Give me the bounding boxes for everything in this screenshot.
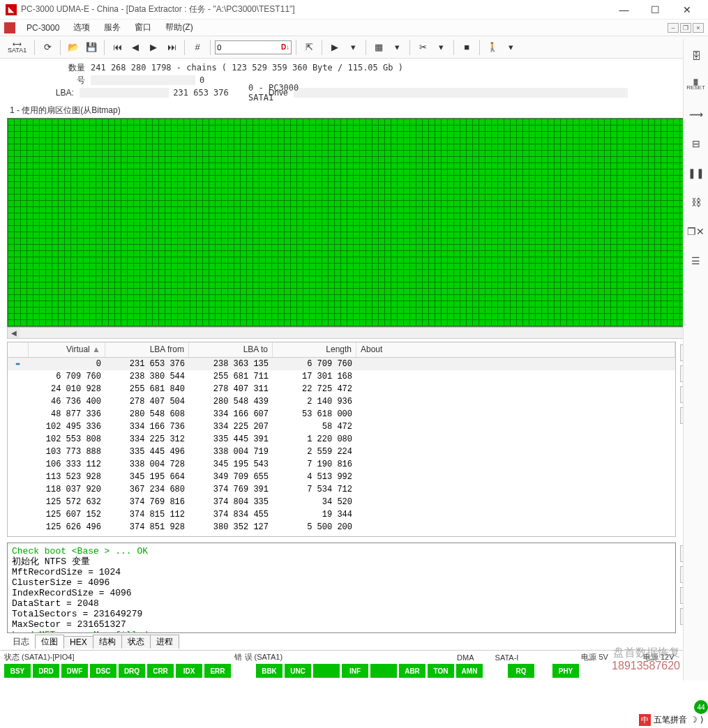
log-line: TotalSectors = 231649279 xyxy=(12,609,671,619)
grid2-button[interactable]: ▦ xyxy=(370,39,387,56)
table-row[interactable]: 6 709 760238 380 544255 681 71117 301 16… xyxy=(8,370,675,383)
menu-options[interactable]: 选项 xyxy=(68,20,96,35)
table-row[interactable]: ➨0231 653 376238 363 1356 709 760 xyxy=(8,358,675,370)
table-row[interactable]: 102 495 336334 166 736334 225 20758 472 xyxy=(8,420,675,433)
grid2-dropdown[interactable]: ▾ xyxy=(389,39,405,56)
qty-value: 241 268 280 1798 - chains ( 123 529 359 … xyxy=(91,63,403,73)
status-indicator xyxy=(370,664,397,678)
rail-reset-icon[interactable]: ▓RESET xyxy=(686,75,705,95)
play-button[interactable]: ▶ xyxy=(326,39,343,56)
table-row[interactable]: 48 877 336280 548 608334 166 60753 618 0… xyxy=(8,408,675,420)
exit-button[interactable]: 🚶 xyxy=(484,39,501,56)
col-length[interactable]: Length xyxy=(273,342,356,357)
mdi-close-button[interactable]: × xyxy=(693,23,704,33)
table-row[interactable]: 125 572 632374 769 816374 804 33534 520 xyxy=(8,496,675,508)
log-line: MaxSector = 231651327 xyxy=(12,619,671,630)
tab-process[interactable]: 进程 xyxy=(150,635,179,649)
save-button[interactable]: 💾 xyxy=(83,39,100,56)
separator xyxy=(184,40,185,55)
log-line: DataStart = 2048 xyxy=(12,598,671,609)
stop-button[interactable]: ■ xyxy=(458,39,475,56)
status-satai-label: SATA-I xyxy=(495,653,519,662)
log-line: MftRecordSize = 1024 xyxy=(12,567,671,577)
grid-button[interactable]: # xyxy=(189,39,206,56)
separator xyxy=(210,40,211,55)
separator xyxy=(34,40,35,55)
tab-bitmap[interactable]: 位图 xyxy=(35,635,64,649)
last-button[interactable]: ⏭ xyxy=(163,39,180,56)
col-marker[interactable] xyxy=(8,342,29,357)
refresh-button[interactable]: ⟳ xyxy=(39,39,56,56)
separator xyxy=(366,40,366,55)
exit-dropdown[interactable]: ▾ xyxy=(502,39,519,56)
menu-window[interactable]: 窗口 xyxy=(129,20,157,35)
rail-page-icon[interactable]: ❐✕ xyxy=(686,222,705,241)
status-indicator: INF xyxy=(342,664,368,678)
prev-button[interactable]: ◀ xyxy=(127,39,144,56)
export-button[interactable]: ⇱ xyxy=(301,39,317,56)
rail-measure-icon[interactable]: ⟿ xyxy=(686,105,705,124)
status-indicator: UNC xyxy=(285,664,311,678)
scroll-left-icon[interactable]: ◀ xyxy=(8,328,20,338)
menu-service[interactable]: 服务 xyxy=(98,20,126,35)
bitmap-hscroll[interactable]: ◀▶ xyxy=(7,327,701,339)
ime-icon[interactable]: 中 xyxy=(639,714,651,726)
minimize-button[interactable]: — xyxy=(608,0,640,20)
lba-input[interactable]: 0D↓ xyxy=(215,40,292,54)
bitmap-grid[interactable] xyxy=(7,118,689,327)
status-indicator: TON xyxy=(428,664,454,678)
menu-help[interactable]: 帮助(Z) xyxy=(160,20,198,35)
table-row[interactable]: 118 037 920367 234 680374 769 3917 534 7… xyxy=(8,483,675,496)
menu-app[interactable]: PC-3000 xyxy=(21,22,65,34)
table-row[interactable]: 125 607 152374 815 112374 834 45519 344 xyxy=(8,508,675,521)
table-row[interactable]: 24 010 928255 681 840278 407 31122 725 4… xyxy=(8,383,675,395)
tab-status[interactable]: 状态 xyxy=(121,635,151,649)
rail-pause-icon[interactable]: ❚❚ xyxy=(686,163,705,183)
rail-chip-icon[interactable]: ⊟ xyxy=(686,134,705,153)
col-lba-from[interactable]: LBA from xyxy=(105,342,189,357)
tray-misc-icon[interactable]: ⟩ xyxy=(700,715,704,725)
status-indicator: BSY xyxy=(4,664,31,678)
play-dropdown[interactable]: ▾ xyxy=(345,39,361,56)
status-indicator: BBK xyxy=(256,664,283,678)
status-indicator: DRD xyxy=(33,664,59,678)
separator xyxy=(104,40,105,55)
status-indicator: DRQ xyxy=(119,664,145,678)
rail-db-icon[interactable]: 🗄 xyxy=(686,46,705,66)
mdi-minimize-button[interactable]: – xyxy=(668,23,679,33)
col-lba-to[interactable]: LBA to xyxy=(189,342,273,357)
tab-struct[interactable]: 结构 xyxy=(93,635,122,649)
open-button[interactable]: 📂 xyxy=(65,39,82,56)
col-about[interactable]: About xyxy=(356,342,675,357)
separator xyxy=(453,40,454,55)
table-row[interactable]: 103 773 888335 445 496338 004 7192 559 2… xyxy=(8,446,675,458)
window-title: PC-3000 UDMA-E - China - [Data Extractor… xyxy=(21,3,608,15)
table-row[interactable]: 113 523 928345 195 664349 709 6554 513 9… xyxy=(8,471,675,483)
drive-value: 0 - PC3000 SATA1 xyxy=(248,83,317,103)
tray-moon-icon[interactable]: ☽ xyxy=(690,715,698,725)
separator xyxy=(60,40,61,55)
table-row[interactable]: 125 626 496374 851 928380 352 1275 500 2… xyxy=(8,521,675,533)
lba-bar xyxy=(80,88,169,98)
tab-hex[interactable]: HEX xyxy=(63,636,93,648)
rail-list-icon[interactable]: ☰ xyxy=(686,251,705,271)
rail-link-icon[interactable]: ⛓ xyxy=(686,192,705,212)
tools-dropdown[interactable]: ▾ xyxy=(432,39,449,56)
sata-selector[interactable]: ⟷SATA1 xyxy=(4,39,30,56)
next-button[interactable]: ▶ xyxy=(145,39,162,56)
status-error-label: 错 误 (SATA1) xyxy=(234,652,283,662)
table-row[interactable]: 106 333 112338 004 728345 195 5437 190 8… xyxy=(8,458,675,471)
first-button[interactable]: ⏮ xyxy=(109,39,126,56)
qty-label: 数量 xyxy=(7,62,91,74)
table-row[interactable]: 102 553 808334 225 312335 445 3911 220 0… xyxy=(8,433,675,446)
ime-text[interactable]: 五笔拼音 xyxy=(654,714,687,726)
maximize-button[interactable]: ☐ xyxy=(640,0,671,20)
tools-button[interactable]: ✂ xyxy=(414,39,431,56)
lba-table: Virtual ▲ LBA from LBA to Length About ➨… xyxy=(7,342,676,537)
status-indicator: ABR xyxy=(399,664,425,678)
status-indicator: ERR xyxy=(204,664,231,678)
close-button[interactable]: ✕ xyxy=(671,0,702,20)
table-row[interactable]: 46 736 400278 407 504280 548 4392 140 93… xyxy=(8,395,675,408)
mdi-restore-button[interactable]: ❐ xyxy=(680,23,691,33)
col-virtual[interactable]: Virtual ▲ xyxy=(29,342,105,357)
